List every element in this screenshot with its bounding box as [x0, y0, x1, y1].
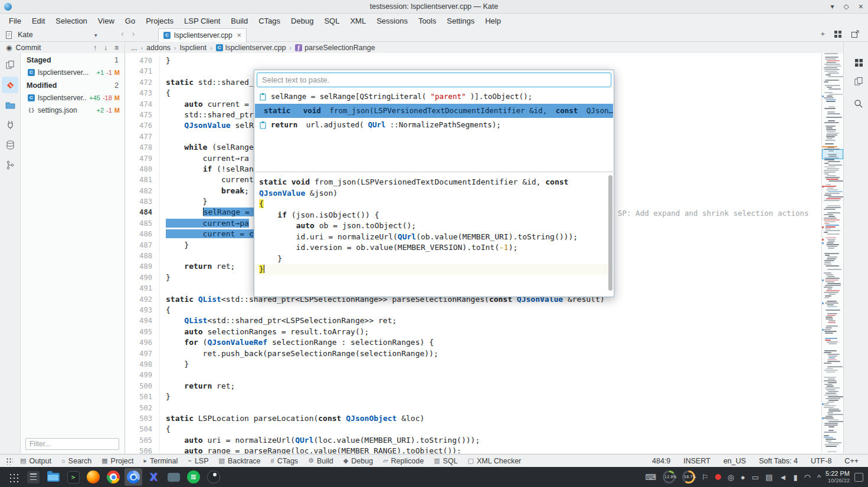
expand-tray-icon[interactable]: ^: [817, 473, 821, 482]
code-line[interactable]: 501}: [125, 391, 821, 402]
clock[interactable]: 5:22 PM 10/26/22: [826, 470, 850, 484]
filter-input[interactable]: [25, 438, 119, 450]
network-icon[interactable]: ◠: [804, 473, 811, 482]
battery-icon[interactable]: ▮: [793, 473, 797, 482]
menu-lsp-client[interactable]: LSP Client: [179, 15, 225, 27]
menu-edit[interactable]: Edit: [27, 15, 50, 27]
paste-history-item-2[interactable]: static void from_json(LSPVersionedTextDo…: [255, 104, 613, 118]
code-line[interactable]: 498 }: [125, 359, 821, 370]
taskbar-app-chrome[interactable]: [104, 468, 122, 486]
taskbar-app-files[interactable]: [44, 468, 62, 486]
taskbar-app-terminal[interactable]: >: [64, 468, 82, 486]
code-line[interactable]: 502: [125, 403, 821, 413]
maximize-button[interactable]: ◇: [844, 2, 849, 11]
menu-ctags[interactable]: CTags: [253, 15, 286, 27]
statusbar-tool-debug[interactable]: ◆Debug: [343, 457, 373, 465]
close-button[interactable]: ×: [859, 2, 863, 11]
minimize-button[interactable]: ▾: [831, 2, 834, 11]
syntax-mode[interactable]: C++: [844, 457, 859, 465]
statusbar-tool-search[interactable]: ○Search: [61, 457, 91, 465]
taskbar-app-launcher[interactable]: [4, 468, 22, 486]
menu-tools[interactable]: Tools: [413, 15, 441, 27]
code-line[interactable]: 494 QList<std::shared_ptr<LSPSelectionRa…: [125, 315, 821, 326]
statusbar-tool-build[interactable]: ⚙Build: [308, 457, 333, 465]
paste-history-item-1[interactable]: selRange = selRange[QStringLiteral("pare…: [255, 90, 613, 104]
cpu-usage-gauge[interactable]: 12.8%: [663, 470, 676, 483]
code-line[interactable]: 495 auto selectionRanges = result.toArra…: [125, 327, 821, 337]
split-view-icon[interactable]: [834, 30, 842, 38]
encoding[interactable]: UTF-8: [811, 457, 831, 465]
code-line[interactable]: 496 for (QJsonValueRef selectionRange : …: [125, 337, 821, 348]
menu-sessions[interactable]: Sessions: [371, 15, 413, 27]
statusbar-tool-lsp[interactable]: ⌁LSP: [188, 457, 208, 465]
snippets-button[interactable]: [851, 74, 866, 89]
tab-lspclientserver[interactable]: C lspclientserver.cpp ×: [158, 28, 247, 42]
git-push-icon[interactable]: ↑: [93, 44, 97, 52]
menu-file[interactable]: File: [4, 15, 27, 27]
breadcrumb-item-addons[interactable]: addons: [146, 44, 171, 52]
tab-width[interactable]: Soft Tabs: 4: [759, 457, 798, 465]
code-line[interactable]: 500 return ret;: [125, 381, 821, 391]
plugin-tool-button[interactable]: [2, 117, 18, 133]
paste-search-input[interactable]: [257, 73, 611, 87]
menu-sql[interactable]: SQL: [319, 15, 345, 27]
preview-scrollbar-thumb[interactable]: [608, 175, 612, 291]
statusbar-tool-output[interactable]: ▤Output: [20, 457, 51, 465]
tool-layout-icon[interactable]: [6, 458, 13, 465]
preview-button[interactable]: [851, 96, 866, 111]
statusbar-tool-xml-checker[interactable]: ▢XML Checker: [468, 457, 522, 465]
statusbar-tool-sql[interactable]: ▥SQL: [434, 457, 457, 465]
menu-settings[interactable]: Settings: [441, 15, 480, 27]
tab-close-icon[interactable]: ×: [237, 31, 241, 40]
code-line[interactable]: 497 ret.push_back(parseSelectionRange(se…: [125, 348, 821, 359]
volume-icon[interactable]: ◄: [779, 473, 787, 482]
night-color-icon[interactable]: ◎: [728, 473, 734, 482]
taskbar-app-chromium[interactable]: [125, 468, 142, 486]
keyboard-indicator-icon[interactable]: ⌨: [645, 473, 656, 482]
commit-button[interactable]: Commit: [15, 44, 41, 52]
detach-window-icon[interactable]: [851, 30, 860, 38]
screen-recorder-icon[interactable]: [715, 474, 721, 480]
forward-button[interactable]: ›: [132, 29, 135, 38]
symbols-tool-button[interactable]: [2, 157, 18, 173]
git-menu-icon[interactable]: ≡: [114, 44, 119, 52]
documents-tool-button[interactable]: [2, 57, 18, 73]
document-chooser[interactable]: Kate ▾: [5, 29, 97, 41]
menu-selection[interactable]: Selection: [50, 15, 92, 27]
git-pull-icon[interactable]: ↓: [104, 44, 107, 52]
breadcrumb-item-parseselectionrange[interactable]: ƒparseSelectionRange: [295, 44, 375, 52]
menu-projects[interactable]: Projects: [140, 15, 179, 27]
statusbar-tool-terminal[interactable]: ▸Terminal: [144, 457, 178, 465]
cursor-position[interactable]: 484:9: [652, 457, 670, 465]
git-tool-button[interactable]: [2, 77, 18, 93]
taskbar-app-firefox[interactable]: [84, 468, 102, 486]
git-file-row[interactable]: {}settings.json+2-1M: [21, 104, 125, 116]
menu-view[interactable]: View: [93, 15, 120, 27]
display-settings-icon[interactable]: ▭: [752, 473, 759, 482]
back-button[interactable]: ‹: [121, 29, 124, 38]
menu-xml[interactable]: XML: [345, 15, 371, 27]
breadcrumb-item-lspclient[interactable]: lspclient: [180, 44, 207, 52]
new-tab-icon[interactable]: +: [820, 29, 825, 38]
code-line[interactable]: 504{: [125, 424, 821, 435]
memory-usage-gauge[interactable]: 58.7%: [682, 470, 695, 483]
menu-build[interactable]: Build: [225, 15, 253, 27]
git-file-row[interactable]: Clspclientserver...+45-18M: [21, 91, 125, 104]
obs-tray-icon[interactable]: ●: [741, 473, 745, 482]
statusbar-tool-project[interactable]: ▦Project: [101, 457, 133, 465]
plugins-grid-button[interactable]: [851, 55, 866, 70]
minimap-scrollbar[interactable]: [821, 53, 843, 453]
code-line[interactable]: 499: [125, 370, 821, 380]
taskbar-app-obs[interactable]: [205, 468, 222, 486]
taskbar-app-spotify[interactable]: ≋: [185, 468, 202, 486]
statusbar-tool-replicode[interactable]: ▱Replicode: [383, 457, 424, 465]
paste-history-item-3[interactable]: return url.adjusted(QUrl::NormalizePathS…: [255, 118, 613, 132]
notifications-icon[interactable]: ⚐: [702, 473, 709, 482]
git-file-row[interactable]: Clspclientserver...+1-1M: [21, 66, 125, 78]
show-desktop-button[interactable]: [854, 473, 863, 482]
menu-go[interactable]: Go: [120, 15, 140, 27]
menu-debug[interactable]: Debug: [286, 15, 319, 27]
statusbar-tool-ctags[interactable]: #CTags: [271, 457, 299, 465]
code-line[interactable]: 493{: [125, 305, 821, 315]
code-line[interactable]: 503static LSPLocation parseLocation(cons…: [125, 413, 821, 424]
